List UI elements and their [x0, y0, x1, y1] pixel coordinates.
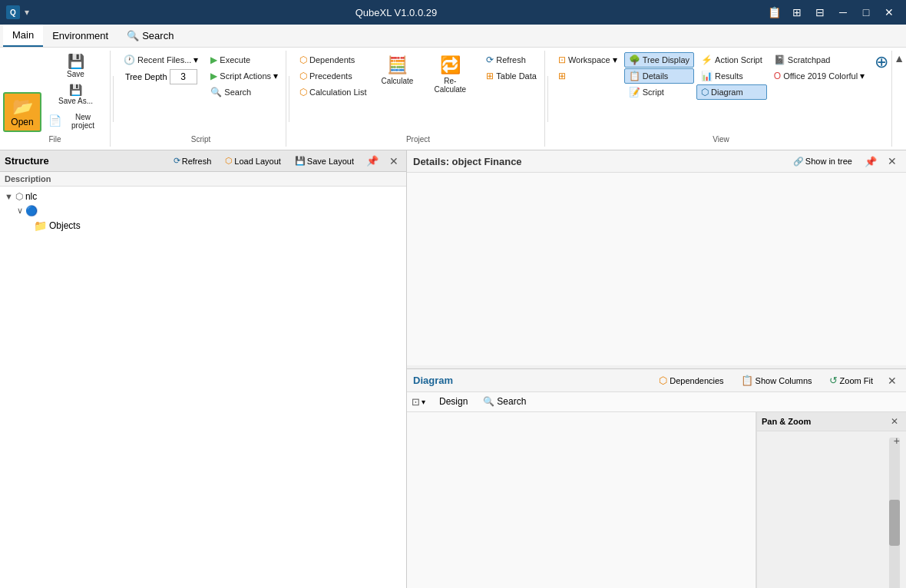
structure-pin-button[interactable]: 📌 [363, 154, 382, 168]
details-toolbar: 🔗 Show in tree 📌 ✕ [789, 154, 900, 169]
script-actions-button[interactable]: ▶ Script Actions ▾ [206, 68, 283, 84]
office-icon: O [774, 71, 781, 81]
structure-refresh-button[interactable]: ⟳ Refresh [169, 154, 217, 168]
execute-icon: ▶ [210, 55, 217, 65]
script-view-button[interactable]: 📝 Script [624, 84, 694, 100]
structure-close-button[interactable]: ✕ [386, 154, 402, 169]
load-layout-icon: ⬡ [225, 156, 233, 166]
tree-depth-input[interactable] [170, 69, 197, 84]
diagram-tab-icon-group: ⊡ ▾ [412, 396, 425, 408]
search-script-button[interactable]: 🔍 Search [206, 84, 283, 100]
open-folder-icon: 📂 [12, 97, 33, 117]
view-extra-button[interactable]: ⊕ [875, 52, 888, 72]
system-icon-3[interactable]: ⊟ [809, 4, 831, 21]
app-title: QubeXL V1.0.0.29 [29, 7, 763, 18]
dependents-button[interactable]: ⬡ Dependents [295, 52, 372, 68]
details-pin-button[interactable]: 📌 [861, 154, 880, 169]
pan-zoom-header: Pan & Zoom ✕ [757, 412, 906, 431]
maximize-button[interactable]: □ [855, 4, 877, 21]
scratchpad-button[interactable]: 📓 Scratchpad [769, 52, 869, 68]
tree-root-label: nlc [25, 191, 37, 202]
sep3 [547, 76, 548, 122]
search-menu-icon: 🔍 [127, 30, 139, 41]
ribbon: 📂 Open 💾 Save 💾 Save As... � [0, 48, 906, 150]
execute-button[interactable]: ▶ Execute [206, 52, 283, 68]
calculation-list-button[interactable]: ⬡ Calculation List [295, 84, 372, 100]
load-layout-button[interactable]: ⬡ Load Layout [220, 154, 286, 168]
menu-item-search[interactable]: 🔍 Search [117, 25, 183, 47]
table-data-view-button[interactable]: ⊞ Workspace [554, 68, 622, 84]
close-button[interactable]: ✕ [878, 4, 900, 21]
tab-search-icon: 🔍 [483, 396, 494, 407]
open-button[interactable]: 📂 Open [3, 92, 41, 132]
structure-title: Structure [5, 155, 49, 167]
results-button[interactable]: 📊 Results [696, 68, 767, 84]
script-view-icon: 📝 [629, 87, 640, 97]
table-data-icon: ⊞ [486, 71, 494, 81]
table-data-button[interactable]: ⊞ Table Data [481, 68, 541, 84]
save-layout-button[interactable]: 💾 Save Layout [290, 154, 359, 168]
menu-bar: Main Environment 🔍 Search [0, 25, 906, 48]
results-icon: 📊 [701, 71, 713, 81]
tree-item-root[interactable]: ▼ ⬡ nlc [0, 190, 406, 203]
diagram-toolbar: ⬡ Dependencies 📋 Show Columns ↺ Zoom Fit… [653, 372, 900, 388]
tree-expand-icon: ▼ [5, 192, 13, 201]
save-button[interactable]: 💾 Save [62, 52, 90, 81]
diagram-tab-dropdown[interactable]: ▾ [422, 398, 425, 406]
calculate-button[interactable]: 🧮 Calculate [376, 52, 419, 88]
details-close-button[interactable]: ✕ [885, 154, 900, 169]
tree-level1-icon: 🔵 [25, 205, 38, 216]
minimize-button[interactable]: ─ [832, 4, 854, 21]
zoom-fit-button[interactable]: ↺ Zoom Fit [824, 372, 878, 388]
save-layout-icon: 💾 [295, 156, 306, 166]
app-icon: Q [6, 5, 20, 19]
tree-item-objects[interactable]: 📁 Objects [0, 218, 406, 233]
menu-item-environment[interactable]: Environment [43, 25, 117, 47]
save-icon: 💾 [68, 55, 84, 68]
dependents-icon: ⬡ [299, 55, 307, 65]
refresh-button[interactable]: ⟳ Refresh [481, 52, 541, 68]
calculate-icon: 🧮 [387, 55, 408, 75]
script-actions-icon: ▶ [210, 71, 217, 81]
ribbon-collapse[interactable]: ▲ [892, 51, 906, 147]
sep2 [289, 76, 289, 122]
zoom-thumb[interactable] [889, 500, 900, 546]
tree-column-header: Description [0, 172, 406, 187]
tree-root-icon: ⬡ [15, 191, 23, 202]
diagram-panel: Diagram ⬡ Dependencies 📋 Show Columns ↺ … [407, 368, 906, 588]
diagram-header: Diagram ⬡ Dependencies 📋 Show Columns ↺ … [407, 369, 906, 392]
tree-display-icon: 🌳 [629, 55, 640, 65]
show-in-tree-button[interactable]: 🔗 Show in tree [789, 154, 857, 169]
newproject-button[interactable]: 📄 New project [45, 109, 107, 132]
recalculate-button[interactable]: 🔁 Re-Calculate [423, 52, 477, 97]
diagram-button[interactable]: ⬡ Diagram [696, 84, 767, 100]
workspace-dropdown: ▾ [613, 55, 617, 65]
title-bar-left: Q ▾ [6, 5, 29, 19]
tree-content: ▼ ⬡ nlc ∨ 🔵 📁 Objects [0, 187, 406, 236]
show-columns-button[interactable]: 📋 Show Columns [736, 372, 818, 388]
saveas-icon: 💾 [69, 84, 82, 95]
system-icon-2[interactable]: ⊞ [786, 4, 808, 21]
diagram-tab-icon: ⊡ [412, 396, 420, 408]
menu-item-main[interactable]: Main [3, 25, 43, 47]
saveas-button[interactable]: 💾 Save As... [55, 82, 97, 107]
refresh-icon: ⟳ [486, 55, 494, 65]
recent-files-button[interactable]: 🕐 Recent Files... ▾ [119, 52, 203, 68]
zoom-plus-button[interactable]: + [894, 434, 900, 447]
tree-item-level1[interactable]: ∨ 🔵 [0, 203, 406, 218]
tab-design[interactable]: Design [432, 394, 475, 411]
pan-zoom-close-button[interactable]: ✕ [888, 415, 901, 428]
diagram-close-button[interactable]: ✕ [885, 373, 900, 388]
tree-level1-expand-icon: ∨ [17, 206, 23, 216]
action-script-button[interactable]: ⚡ Action Script [696, 52, 767, 68]
precedents-button[interactable]: ⬡ Precedents [295, 68, 372, 84]
workspace-button[interactable]: ⊡ Workspace ▾ [554, 52, 622, 68]
tree-display-button[interactable]: 🌳 Tree Display [624, 52, 694, 68]
zoom-scrollbar[interactable] [889, 438, 900, 588]
office-button[interactable]: O Office 2019 Colorful ▾ [769, 68, 869, 84]
dependencies-button[interactable]: ⬡ Dependencies [653, 372, 729, 388]
search-menu-label: Search [142, 30, 174, 41]
tab-search[interactable]: 🔍 Search [475, 394, 534, 411]
details-button[interactable]: 📋 Details [624, 68, 694, 84]
system-icon-1[interactable]: 📋 [763, 4, 785, 21]
